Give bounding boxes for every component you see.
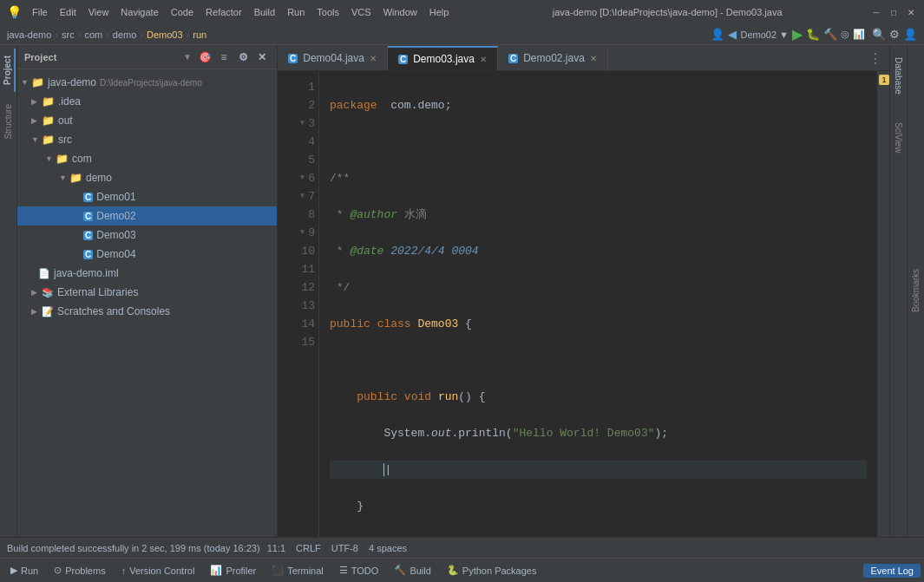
title-bar: 💡 File Edit View Navigate Code Refactor …: [0, 0, 924, 24]
back-icon[interactable]: ◀: [728, 28, 737, 41]
editor-content: 1 2 ▼ 3 4 5 ▼ 6 ▼ 7 8 ▼ 9: [278, 71, 889, 537]
settings-button[interactable]: ⚙: [889, 28, 900, 41]
tree-extlibs-item[interactable]: ▶ 📚 External Libraries: [17, 283, 277, 302]
maximize-button[interactable]: □: [888, 6, 900, 18]
problems-button[interactable]: ⊙ Problems: [47, 563, 112, 578]
profiler-button[interactable]: 📊 Profiler: [203, 563, 263, 578]
cursor-position[interactable]: 11:1: [267, 543, 285, 553]
run-button[interactable]: ▶: [792, 26, 803, 43]
demo03-tab-label: Demo03.java: [413, 53, 475, 65]
tree-demo04-item[interactable]: C Demo04: [17, 245, 277, 264]
demo02-java-icon: C: [83, 212, 93, 221]
right-panel-icons: Database SciView: [889, 45, 907, 537]
sciview-panel-tab[interactable]: SciView: [892, 117, 905, 158]
tree-demo02-item[interactable]: C Demo02: [17, 206, 277, 226]
menu-build[interactable]: Build: [249, 5, 280, 19]
event-log-button[interactable]: Event Log: [863, 564, 921, 578]
tab-more-button[interactable]: ⋮: [862, 46, 889, 70]
breadcrumb-part-4[interactable]: demo: [113, 29, 137, 40]
code-editor[interactable]: package com.demo; /** * @author 水滴 * @da…: [319, 71, 877, 537]
tab-demo02[interactable]: C Demo02.java ✕: [498, 46, 608, 70]
menu-code[interactable]: Code: [166, 5, 199, 19]
toolbar-right: 👤 ◀ Demo02 ▼ ▶ 🐛 🔨 ◎ 📊 🔍 ⚙ 👤: [711, 26, 917, 43]
fold-icon-9[interactable]: ▼: [300, 224, 305, 242]
project-panel-header: Project ▼ 🎯 ≡ ⚙ ✕: [17, 45, 277, 69]
minimize-button[interactable]: ─: [870, 6, 882, 18]
tree-src-item[interactable]: ▼ 📁 src: [17, 130, 277, 149]
sidebar-structure-tab[interactable]: Structure: [2, 99, 15, 145]
build-tool-button[interactable]: 🔨 Build: [387, 563, 437, 578]
debug-button[interactable]: 🐛: [806, 28, 820, 41]
fold-icon-3[interactable]: ▼: [300, 114, 305, 133]
todo-button[interactable]: ☰ TODO: [332, 563, 386, 578]
settings-icon[interactable]: ⚙: [235, 49, 251, 65]
run-config-dropdown-icon[interactable]: ▼: [779, 29, 789, 40]
collapse-all-icon[interactable]: ≡: [216, 49, 232, 65]
menu-file[interactable]: File: [27, 5, 53, 19]
run-config[interactable]: Demo02 ▼: [740, 29, 789, 40]
menu-navigate[interactable]: Navigate: [115, 5, 163, 19]
fold-icon-7[interactable]: ▼: [300, 187, 305, 206]
vcs-icon[interactable]: 👤: [711, 28, 724, 41]
tab-demo04[interactable]: C Demo04.java ✕: [278, 46, 388, 70]
root-folder-icon: 📁: [31, 76, 44, 88]
menu-tools[interactable]: Tools: [311, 5, 344, 19]
database-panel-tab[interactable]: Database: [892, 52, 905, 100]
tree-com-item[interactable]: ▼ 📁 com: [17, 149, 277, 168]
indent-settings[interactable]: 4 spaces: [369, 543, 407, 553]
demo02-tab-close[interactable]: ✕: [590, 54, 597, 63]
project-header-icons[interactable]: 🎯 ≡ ⚙ ✕: [197, 49, 270, 65]
close-button[interactable]: ✕: [905, 6, 917, 18]
build-button[interactable]: 🔨: [823, 28, 837, 41]
tree-root-item[interactable]: ▼ 📁 java-demo D:\IdeaProjects\java-demo: [17, 73, 277, 92]
tree-demo03-item[interactable]: C Demo03: [17, 226, 277, 245]
window-controls[interactable]: ─ □ ✕: [870, 6, 917, 18]
tree-out-item[interactable]: ▶ 📁 out: [17, 111, 277, 130]
version-control-button[interactable]: ↑ Version Control: [115, 564, 202, 578]
breadcrumb-part-6[interactable]: run: [193, 29, 206, 40]
menu-run[interactable]: Run: [282, 5, 310, 19]
profiler-button[interactable]: 📊: [853, 29, 865, 40]
tab-demo03[interactable]: C Demo03.java ✕: [388, 46, 498, 70]
tree-iml-item[interactable]: 📄 java-demo.iml: [17, 264, 277, 283]
breadcrumb-part-3[interactable]: com: [84, 29, 102, 40]
breadcrumb-part-5[interactable]: Demo03: [147, 29, 183, 40]
coverage-button[interactable]: ◎: [841, 29, 849, 40]
menu-window[interactable]: Window: [378, 5, 423, 19]
line-separator[interactable]: CRLF: [296, 543, 321, 553]
python-packages-button[interactable]: 🐍 Python Packages: [440, 563, 544, 578]
tree-idea-item[interactable]: ▶ 📁 .idea: [17, 92, 277, 111]
close-panel-icon[interactable]: ✕: [254, 49, 270, 65]
menu-help[interactable]: Help: [424, 5, 455, 19]
demo04-tab-close[interactable]: ✕: [370, 54, 377, 63]
run-tool-button[interactable]: ▶ Run: [3, 563, 45, 578]
tree-scratches-item[interactable]: ▶ 📝 Scratches and Consoles: [17, 302, 277, 321]
breadcrumb-part-2[interactable]: src: [62, 29, 75, 40]
demo04-tab-label: Demo04.java: [303, 52, 364, 64]
warning-indicator[interactable]: 1: [879, 75, 889, 85]
tree-demo-item[interactable]: ▼ 📁 demo: [17, 168, 277, 187]
menu-edit[interactable]: Edit: [55, 5, 82, 19]
demo-label: demo: [86, 172, 112, 184]
breadcrumb-part-1[interactable]: java-demo: [7, 29, 51, 40]
bottom-bar: ▶ Run ⊙ Problems ↑ Version Control 📊 Pro…: [0, 558, 924, 582]
menu-vcs[interactable]: VCS: [346, 5, 377, 19]
line-numbers: 1 2 ▼ 3 4 5 ▼ 6 ▼ 7 8 ▼ 9: [278, 71, 319, 537]
search-button[interactable]: 🔍: [872, 28, 886, 41]
terminal-button[interactable]: ⬛ Terminal: [265, 563, 331, 578]
project-panel-title: Project: [24, 52, 178, 62]
tree-demo01-item[interactable]: C Demo01: [17, 187, 277, 206]
menu-bar[interactable]: File Edit View Navigate Code Refactor Bu…: [27, 5, 454, 19]
help-button[interactable]: 👤: [903, 28, 917, 41]
bookmarks-tab[interactable]: Bookmarks: [911, 269, 921, 312]
problems-icon: ⊙: [54, 565, 62, 576]
root-path: D:\IdeaProjects\java-demo: [100, 78, 202, 88]
run-tool-label: Run: [21, 566, 38, 576]
file-encoding[interactable]: UTF-8: [331, 543, 358, 553]
menu-refactor[interactable]: Refactor: [200, 5, 247, 19]
fold-icon-6[interactable]: ▼: [300, 169, 305, 187]
locate-icon[interactable]: 🎯: [197, 49, 213, 65]
sidebar-project-tab[interactable]: Project: [1, 49, 16, 92]
menu-view[interactable]: View: [83, 5, 115, 19]
demo03-tab-close[interactable]: ✕: [480, 55, 487, 64]
